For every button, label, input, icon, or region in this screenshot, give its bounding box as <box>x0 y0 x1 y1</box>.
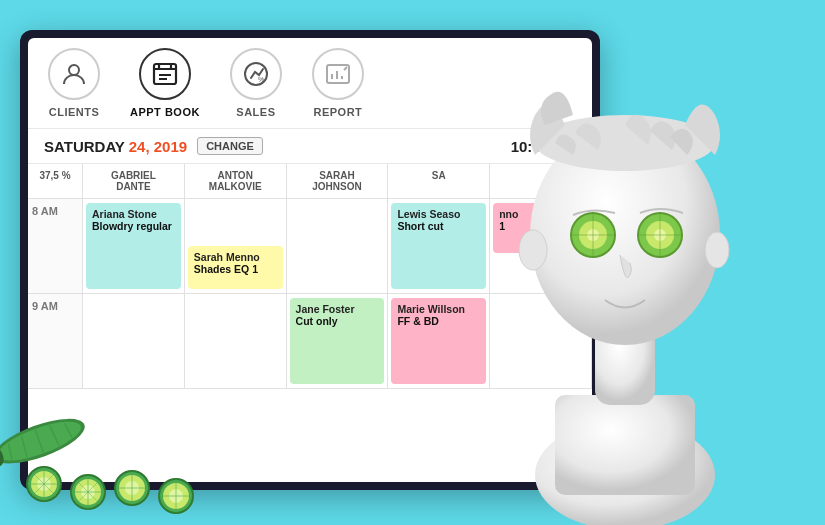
cell-gabriel-8am[interactable]: Ariana Stone Blowdry regular <box>83 199 185 294</box>
day-name: SATURDAY <box>44 138 125 155</box>
day-label: SATURDAY 24, 2019 <box>44 138 187 155</box>
statue <box>465 0 785 525</box>
appt-sarah-menno[interactable]: Sarah Menno Shades EQ 1 <box>188 246 283 289</box>
clients-icon <box>48 48 100 100</box>
nav-appt-book[interactable]: APPT BOOK <box>130 48 200 118</box>
svg-point-21 <box>705 232 729 268</box>
cell-sarahj-8am <box>287 199 389 294</box>
appt-ariana[interactable]: Ariana Stone Blowdry regular <box>86 203 181 289</box>
cucumber-slices <box>25 465 195 515</box>
appt-book-label: APPT BOOK <box>130 106 200 118</box>
appt-ariana-name: Ariana Stone <box>92 208 175 220</box>
col-anton: ANTONMALKOVIE <box>185 164 287 198</box>
col-gabriel: GABRIELDANTE <box>83 164 185 198</box>
reports-icon <box>312 48 364 100</box>
date-highlight: 24, 2019 <box>129 138 187 155</box>
svg-rect-6 <box>555 395 695 495</box>
svg-point-20 <box>519 230 547 270</box>
appt-book-icon <box>139 48 191 100</box>
nav-reports[interactable]: REPORT <box>312 48 364 118</box>
sales-icon: % <box>230 48 282 100</box>
appt-ariana-svc: Blowdry regular <box>92 220 175 232</box>
sales-label: SALES <box>236 106 275 118</box>
cell-anton-8am[interactable]: Sarah Menno Shades EQ 1 <box>185 199 287 294</box>
cell-gabriel-9am <box>83 294 185 389</box>
appt-jane-svc: Cut only <box>296 315 379 327</box>
appt-sarah-menno-svc: Shades EQ 1 <box>194 263 277 275</box>
cell-sarahj-9am[interactable]: Jane Foster Cut only <box>287 294 389 389</box>
nav-clients[interactable]: CLIENTS <box>48 48 100 118</box>
clients-label: CLIENTS <box>49 106 100 118</box>
svg-text:%: % <box>258 76 264 83</box>
svg-point-0 <box>69 65 79 75</box>
appt-jane[interactable]: Jane Foster Cut only <box>290 298 385 384</box>
appt-jane-name: Jane Foster <box>296 303 379 315</box>
reports-label: REPORT <box>313 106 362 118</box>
time-8am: 8 AM <box>28 199 83 294</box>
time-9am: 9 AM <box>28 294 83 389</box>
cell-anton-9am <box>185 294 287 389</box>
col-sarah-j: SARAHJOHNSON <box>287 164 389 198</box>
nav-sales[interactable]: % SALES <box>230 48 282 118</box>
appt-sarah-menno-name: Sarah Menno <box>194 251 277 263</box>
change-button[interactable]: CHANGE <box>197 137 263 155</box>
stat-header: 37,5 % <box>28 164 83 198</box>
